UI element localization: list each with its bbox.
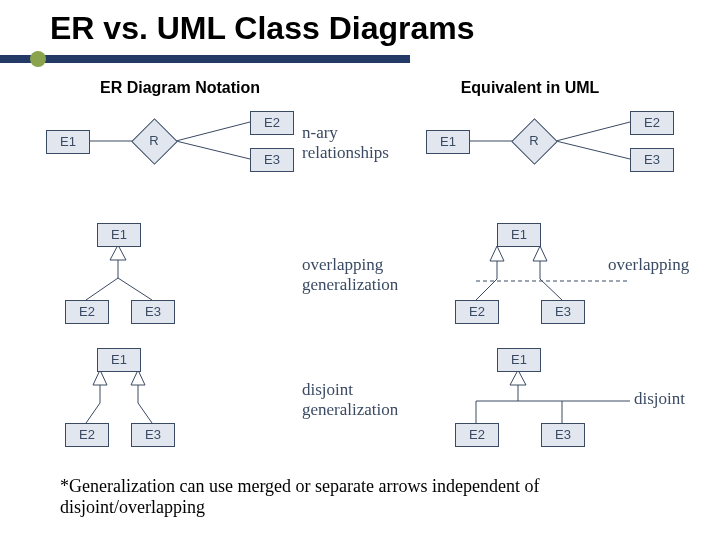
svg-marker-18 bbox=[93, 370, 107, 385]
entity-box: E1 bbox=[46, 130, 90, 154]
svg-line-14 bbox=[476, 279, 497, 300]
svg-marker-11 bbox=[490, 246, 504, 261]
svg-marker-24 bbox=[510, 370, 526, 385]
col-header-uml: Equivalent in UML bbox=[360, 79, 700, 97]
entity-box: E3 bbox=[541, 300, 585, 324]
entity-box: E3 bbox=[250, 148, 294, 172]
column-headers: ER Diagram Notation Equivalent in UML bbox=[0, 79, 720, 97]
entity-box: E2 bbox=[455, 300, 499, 324]
diagram-stage: E1 R E2 E3 n-ary relationships E1 R E2 E… bbox=[0, 105, 720, 465]
entity-box: E1 bbox=[97, 223, 141, 247]
entity-box: E3 bbox=[630, 148, 674, 172]
relationship-diamond: R bbox=[132, 119, 176, 163]
entity-box: E1 bbox=[497, 348, 541, 372]
svg-marker-20 bbox=[131, 370, 145, 385]
entity-box: E1 bbox=[497, 223, 541, 247]
row-label: n-ary relationships bbox=[302, 123, 389, 163]
svg-line-8 bbox=[86, 278, 118, 300]
svg-line-21 bbox=[86, 403, 100, 423]
svg-line-1 bbox=[176, 122, 250, 141]
svg-line-9 bbox=[118, 278, 152, 300]
svg-marker-7 bbox=[110, 245, 126, 260]
svg-line-22 bbox=[138, 403, 152, 423]
entity-box: E2 bbox=[455, 423, 499, 447]
page-title: ER vs. UML Class Diagrams bbox=[50, 10, 720, 47]
svg-line-4 bbox=[556, 122, 630, 141]
row-label: overlapping bbox=[608, 255, 689, 275]
title-underline bbox=[0, 53, 720, 65]
svg-line-15 bbox=[540, 279, 562, 300]
svg-marker-13 bbox=[533, 246, 547, 261]
row-label: disjoint bbox=[634, 389, 685, 409]
entity-box: E3 bbox=[131, 300, 175, 324]
entity-box: E2 bbox=[630, 111, 674, 135]
svg-line-5 bbox=[556, 141, 630, 159]
entity-box: E1 bbox=[426, 130, 470, 154]
entity-box: E2 bbox=[65, 300, 109, 324]
entity-box: E3 bbox=[541, 423, 585, 447]
entity-box: E1 bbox=[97, 348, 141, 372]
row-label: disjoint generalization bbox=[302, 380, 398, 420]
footnote: *Generalization can use merged or separa… bbox=[60, 476, 680, 518]
col-header-er: ER Diagram Notation bbox=[0, 79, 360, 97]
svg-line-2 bbox=[176, 141, 250, 159]
entity-box: E2 bbox=[250, 111, 294, 135]
relationship-diamond: R bbox=[512, 119, 556, 163]
entity-box: E3 bbox=[131, 423, 175, 447]
entity-box: E2 bbox=[65, 423, 109, 447]
row-label: overlapping generalization bbox=[302, 255, 398, 295]
